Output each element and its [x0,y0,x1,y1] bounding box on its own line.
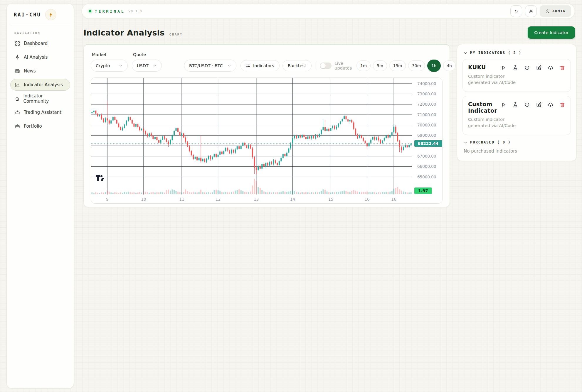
brand-logo: RAI-CHU [14,12,41,18]
sidebar-item-indicator-community[interactable]: Indicator Community [10,93,70,104]
svg-text:1.97: 1.97 [418,188,428,193]
timeframe-30m[interactable]: 30m [408,60,425,71]
pair-select[interactable]: BTC/USDT · BTC [184,60,236,72]
sidebar-item-label: Indicator Analysis [24,82,63,87]
create-indicator-button[interactable]: Create Indicator [528,26,575,39]
market-select-value: Crypto [96,63,110,68]
quote-label: Quote [133,52,162,57]
chevron-down-icon [227,64,231,68]
history-indicator-button[interactable] [524,102,530,108]
play-icon [501,65,507,71]
sun-icon [528,9,534,14]
indicators-button-label: Indicators [253,63,274,68]
topbar-actions: ADMIN [510,5,571,17]
page-header: Indicator Analysis CHART Create Indicato… [83,26,575,39]
indicator-actions [501,101,565,108]
status-dot [89,10,91,12]
indicator-card: KUKU Custom indicator generated via AI/C… [462,59,571,92]
sidebar-item-trading-assistant[interactable]: Trading Assistant [10,107,70,118]
bell-icon [514,9,519,14]
backtest-button[interactable]: Backtest [282,60,312,71]
svg-text:13: 13 [254,197,259,202]
trash-icon [559,102,565,108]
edit-indicator-button[interactable] [536,65,542,71]
edit-indicator-button[interactable] [536,102,542,108]
live-updates-toggle[interactable] [320,62,332,69]
delete-indicator-button[interactable] [559,65,565,71]
nav-list: DashboardAI AnalysisNewsIndicator Analys… [10,38,70,132]
publish-indicator-button[interactable] [548,65,554,71]
svg-text:65000.00: 65000.00 [417,175,436,179]
sidebar-item-dashboard[interactable]: Dashboard [10,38,70,49]
lightning-icon [48,12,53,17]
purchased-empty-text: No purchased indicators [464,148,571,154]
pair-select-value: BTC/USDT · BTC [189,63,223,68]
indicators-button[interactable]: Indicators [240,60,280,71]
robot-icon [15,110,20,115]
news-icon [15,68,20,74]
theme-toggle-button[interactable] [525,5,537,17]
chevron-down-icon [464,141,467,144]
purchased-label: PURCHASED ( 0 ) [470,140,511,144]
svg-text:68222.44: 68222.44 [418,141,439,146]
admin-menu[interactable]: ADMIN [540,5,571,17]
publish-indicator-button[interactable] [548,102,554,108]
svg-text:12: 12 [216,197,221,202]
timeframe-1m[interactable]: 1m [356,60,371,71]
indicator-list: KUKU Custom indicator generated via AI/C… [462,59,571,135]
sidebar-item-label: Dashboard [24,41,48,46]
quote-select[interactable]: USDT [132,60,162,72]
live-updates-label: Live updates [334,61,352,70]
chart-canvas[interactable]: 9101112131415161674000.0073000.0072000.0… [91,78,443,203]
chart-card: Market Crypto Quote USDT BTC/USDT · BTC … [83,44,450,207]
purchased-header[interactable]: PURCHASED ( 0 ) [464,140,571,144]
my-indicators-header[interactable]: MY INDICATORS ( 2 ) [464,51,571,55]
indicators-panel: MY INDICATORS ( 2 ) KUKU Custom indicato… [457,44,576,161]
flask-icon [512,65,518,71]
sidebar-item-portfolio[interactable]: Portfolio [10,120,70,132]
history-indicator-button[interactable] [524,65,530,71]
backtest-indicator-button[interactable] [512,65,518,71]
sidebar: RAI-CHU NAVIGATION DashboardAI AnalysisN… [6,4,74,388]
bag-icon [15,96,20,102]
page-badge: CHART [169,33,183,36]
history-icon [524,65,530,71]
edit-icon [536,65,542,71]
sidebar-item-label: Portfolio [24,124,42,129]
nav-section-label: NAVIGATION [14,31,70,35]
chevron-down-icon [119,64,123,68]
trash-icon [559,65,565,71]
timeframe-15m[interactable]: 15m [389,60,406,71]
lightning-badge [45,9,56,20]
indicator-description: Custom indicator generated via AI/Code [468,116,527,129]
candlestick-chart[interactable]: 9101112131415161674000.0073000.0072000.0… [91,77,443,204]
quote-select-value: USDT [137,63,149,68]
svg-text:74000.00: 74000.00 [417,81,436,86]
sidebar-item-news[interactable]: News [10,65,70,77]
admin-label: ADMIN [552,9,566,13]
timeframe-5m[interactable]: 5m [373,60,387,71]
svg-text:11: 11 [179,197,184,202]
terminal-version: V0.1.0 [129,9,142,13]
svg-text:66000.00: 66000.00 [417,164,436,169]
svg-text:70000.00: 70000.00 [417,123,436,127]
terminal-title: TERMINAL [95,9,125,13]
svg-text:9: 9 [106,197,109,202]
page-title: Indicator Analysis [83,28,164,37]
tradingview-logo [96,175,104,181]
sidebar-item-ai-analysis[interactable]: AI Analysis [10,51,70,63]
notifications-button[interactable] [510,5,522,17]
indicator-name: Custom Indicator [468,101,501,114]
backtest-indicator-button[interactable] [512,102,518,108]
zap-icon [15,55,20,60]
sidebar-item-indicator-analysis[interactable]: Indicator Analysis [10,79,70,91]
my-indicators-label: MY INDICATORS ( 2 ) [470,51,522,55]
briefcase-icon [15,124,20,129]
timeframe-1h[interactable]: 1h [427,60,441,72]
timeframe-4h[interactable]: 4h [443,60,456,71]
market-select[interactable]: Crypto [91,60,128,72]
delete-indicator-button[interactable] [559,102,565,108]
run-indicator-button[interactable] [501,65,507,71]
run-indicator-button[interactable] [501,102,507,108]
backtest-button-label: Backtest [288,63,306,68]
